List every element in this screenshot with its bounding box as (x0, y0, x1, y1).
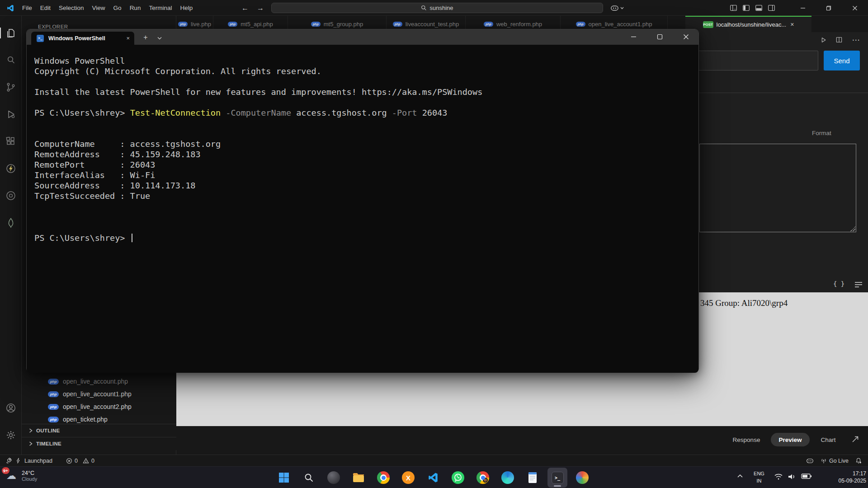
terminal-content[interactable]: Windows PowerShell Copyright (C) Microso… (27, 45, 698, 373)
taskbar-dark-circle-app[interactable] (324, 468, 344, 488)
menu-selection[interactable]: Selection (55, 0, 88, 16)
sidebar-item-accounts[interactable] (0, 397, 22, 419)
php-file-icon: php (311, 22, 321, 27)
colorful-app-icon (576, 471, 589, 484)
taskbar-terminal-active[interactable]: >_ (547, 468, 567, 488)
taskbar-vscode[interactable] (423, 468, 443, 488)
php-file-icon: php (48, 379, 59, 385)
tab-preview-active[interactable]: Preview (771, 433, 810, 446)
screen: File Edit Selection View Go Run Terminal… (0, 0, 868, 488)
new-tab-button[interactable]: + (140, 32, 151, 43)
tab-close-icon[interactable]: × (790, 21, 794, 28)
run-request-icon[interactable] (818, 35, 828, 45)
terminal-maximize-button[interactable] (649, 29, 670, 44)
send-button[interactable]: Send (824, 51, 860, 70)
forward-arrow-icon[interactable]: → (253, 0, 268, 16)
terminal-close-button[interactable] (675, 29, 697, 44)
tab-response[interactable]: Response (726, 433, 767, 446)
powershell-tab[interactable]: >_ Windows PowerShell × (31, 32, 134, 45)
sidebar-item-mongodb[interactable] (0, 212, 22, 234)
window-minimize-button[interactable] (790, 0, 816, 16)
php-file-icon: php (48, 417, 59, 422)
menu-view[interactable]: View (88, 0, 109, 16)
customize-layout-icon[interactable] (730, 4, 737, 12)
tray-show-hidden-icons[interactable] (737, 474, 743, 478)
copilot-button[interactable] (610, 3, 630, 13)
toggle-panel-icon[interactable] (755, 4, 763, 12)
sidebar-item-extensions[interactable] (0, 131, 22, 152)
sidebar-item-thunder-client[interactable] (0, 158, 22, 179)
taskbar-edge[interactable] (498, 468, 518, 488)
terminal-minimize-button[interactable] (623, 29, 644, 44)
word-wrap-icon[interactable] (854, 282, 863, 288)
request-body-textarea[interactable] (699, 144, 856, 232)
more-actions-icon[interactable]: ⋯ (851, 35, 861, 45)
edge-icon (501, 471, 514, 484)
sidebar-item-search[interactable] (0, 49, 22, 71)
menu-go[interactable]: Go (109, 0, 126, 16)
taskbar-xampp[interactable]: X (398, 468, 418, 488)
menu-run[interactable]: Run (126, 0, 145, 16)
taskbar-start-button[interactable] (274, 468, 294, 488)
battery-icon[interactable] (801, 473, 812, 479)
split-editor-icon[interactable] (834, 35, 844, 45)
toggle-secondary-sidebar-icon[interactable] (768, 4, 775, 12)
file-item-open-live-account1[interactable]: php open_live_account1.php (22, 388, 176, 400)
sidebar-item-circle-app[interactable] (0, 185, 22, 206)
window-restore-button[interactable] (816, 0, 841, 16)
command-center-search[interactable]: sunshine (271, 3, 603, 13)
terminal-output-line: TcpTestSucceeded : True (34, 191, 698, 201)
file-label: open_live_account2.php (63, 403, 132, 410)
taskbar-search-button[interactable] (299, 468, 319, 488)
timeline-section-header[interactable]: TIMELINE (22, 437, 176, 450)
tab-close-icon[interactable]: × (126, 35, 130, 42)
file-item-open-live-account[interactable]: php open_live_account.php (22, 375, 176, 388)
powershell-window[interactable]: >_ Windows PowerShell × + Windows PowerS… (26, 29, 699, 372)
expand-response-icon[interactable] (851, 435, 860, 444)
launchpad-status-item[interactable]: Launchpad (5, 455, 52, 466)
wifi-icon[interactable] (774, 473, 783, 480)
sidebar-item-explorer[interactable] (0, 22, 22, 44)
volume-icon[interactable] (788, 473, 797, 480)
php-file-icon: php (48, 391, 59, 397)
terminal-blank-line (34, 97, 698, 108)
menu-terminal[interactable]: Terminal (145, 0, 176, 16)
powershell-titlebar[interactable]: >_ Windows PowerShell × + (27, 29, 698, 45)
tray-language-switcher[interactable]: ENG IN (750, 470, 768, 484)
window-close-button[interactable] (841, 0, 868, 16)
taskbar-file-explorer[interactable] (349, 468, 368, 488)
format-label[interactable]: Format (812, 130, 857, 136)
sidebar-item-run-debug[interactable] (0, 103, 22, 125)
taskbar-notepad[interactable] (523, 468, 542, 488)
php-file-icon: php (178, 22, 188, 27)
go-live-button[interactable]: Go Live (821, 458, 849, 464)
sidebar-item-source-control[interactable] (0, 76, 22, 98)
errors-icon (66, 458, 72, 464)
taskbar-colorful-app[interactable] (572, 468, 592, 488)
sidebar-item-settings[interactable] (0, 424, 22, 446)
broadcast-icon (821, 458, 827, 464)
weather-widget[interactable]: ☁ 9+ 24°C Cloudy (5, 469, 37, 483)
taskbar-whatsapp[interactable] (448, 468, 468, 488)
tab-localhost-sunshine-active[interactable]: POST localhost/sunshine/liveac... × (685, 16, 811, 32)
tab-dropdown-icon[interactable] (155, 33, 164, 42)
terminal-arg: access.tgshost.org (296, 108, 387, 117)
back-arrow-icon[interactable]: ← (238, 0, 252, 16)
toggle-primary-sidebar-icon[interactable] (742, 4, 750, 12)
menu-edit[interactable]: Edit (36, 0, 55, 16)
warnings-count: 0 (91, 458, 94, 464)
tab-label: web_renform.php (496, 21, 542, 28)
taskbar-chrome[interactable] (373, 468, 393, 488)
menubar: File Edit Selection View Go Run Terminal… (18, 0, 197, 16)
copilot-status-icon[interactable] (806, 458, 814, 464)
bell-icon[interactable] (855, 457, 862, 464)
tab-chart[interactable]: Chart (814, 433, 843, 446)
menu-help[interactable]: Help (176, 0, 197, 16)
menu-file[interactable]: File (18, 0, 36, 16)
tray-clock[interactable]: 17:17 05-09-2025 (816, 470, 866, 484)
json-braces-icon[interactable]: { } (833, 280, 844, 287)
file-item-open-live-account2[interactable]: php open_live_account2.php (22, 400, 176, 413)
taskbar-chrome-profile[interactable] (473, 468, 493, 488)
problems-status-item[interactable]: 0 0 (66, 455, 94, 466)
outline-section-header[interactable]: OUTLINE (22, 424, 176, 437)
